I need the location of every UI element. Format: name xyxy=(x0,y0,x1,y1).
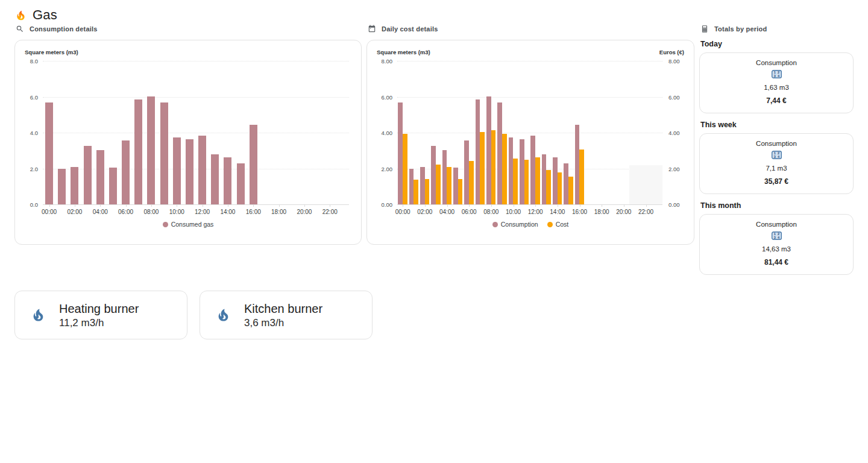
kitchen-burner-card[interactable]: Kitchen burner 3,6 m3/h xyxy=(200,291,373,339)
bar-plot-area xyxy=(397,61,662,204)
bar-cost[interactable] xyxy=(491,130,496,204)
x-tick-label: 22:00 xyxy=(638,209,653,215)
bar-consumed-gas[interactable] xyxy=(160,102,168,204)
y-axis-right: 8.006.004.002.000.00 xyxy=(662,61,684,204)
fire-emoji-icon xyxy=(14,9,27,22)
x-tick-label: 10:00 xyxy=(506,209,521,215)
bar-consumed-gas[interactable] xyxy=(250,125,257,204)
x-axis: 00:0002:0004:0006:0008:0010:0012:0014:00… xyxy=(397,204,662,217)
x-tick-mark xyxy=(151,204,152,207)
bar-consumption[interactable] xyxy=(453,168,458,204)
bar-consumption[interactable] xyxy=(464,140,469,204)
bar-consumed-gas[interactable] xyxy=(45,102,53,204)
bar-consumed-gas[interactable] xyxy=(186,139,193,204)
cost-section: Daily cost details Square meters (m3) Eu… xyxy=(366,24,694,245)
bar-consumption[interactable] xyxy=(420,167,425,204)
x-tick-label: 14:00 xyxy=(220,209,235,215)
bar-cost[interactable] xyxy=(579,150,584,204)
bar-cost[interactable] xyxy=(414,180,418,204)
bar-cost[interactable] xyxy=(535,157,540,204)
bar-consumption[interactable] xyxy=(398,102,403,204)
bar-consumption[interactable] xyxy=(509,137,514,204)
y-axis-left: 8.006.004.002.000.00 xyxy=(377,61,397,204)
x-tick-label: 04:00 xyxy=(439,209,454,215)
x-tick-mark xyxy=(100,204,101,207)
x-tick-mark xyxy=(646,204,647,207)
y-tick-label: 4.00 xyxy=(382,130,393,136)
totals-period-today: Today Consumption 1234 1,63 m3 7,44 € xyxy=(699,40,854,113)
totals-card[interactable]: Consumption 1234 14,63 m3 81,44 € xyxy=(699,214,854,275)
heating-burner-card[interactable]: Heating burner 11,2 m3/h xyxy=(14,291,187,339)
bar-consumed-gas[interactable] xyxy=(224,157,231,204)
x-tick-label: 06:00 xyxy=(118,209,133,215)
bar-cost[interactable] xyxy=(458,179,463,204)
x-tick-mark xyxy=(403,204,403,207)
gridline xyxy=(397,133,662,133)
bar-cost[interactable] xyxy=(513,159,518,204)
totals-period-week: This week Consumption 1234 7,1 m3 35,87 … xyxy=(699,121,854,194)
x-tick-mark xyxy=(177,204,177,207)
x-tick-label: 16:00 xyxy=(246,209,261,215)
bar-consumed-gas[interactable] xyxy=(198,136,206,204)
magnify-icon xyxy=(16,25,24,33)
bar-cost[interactable] xyxy=(425,179,430,204)
bar-consumed-gas[interactable] xyxy=(84,146,92,204)
bar-consumption[interactable] xyxy=(497,102,502,204)
bar-consumed-gas[interactable] xyxy=(96,150,104,204)
bar-consumption[interactable] xyxy=(530,136,535,204)
consumption-cost: 81,44 € xyxy=(707,258,846,266)
bar-consumed-gas[interactable] xyxy=(71,167,78,204)
x-tick-label: 02:00 xyxy=(67,209,82,215)
legend-dot xyxy=(163,222,168,227)
bar-consumed-gas[interactable] xyxy=(211,154,219,204)
burner-name: Kitchen burner xyxy=(244,301,322,316)
bar-consumed-gas[interactable] xyxy=(237,163,245,204)
bar-cost[interactable] xyxy=(480,132,485,204)
axis-titles: Square meters (m3) xyxy=(25,48,351,61)
bar-cost[interactable] xyxy=(558,172,562,204)
bar-cost[interactable] xyxy=(403,134,407,204)
bar-consumed-gas[interactable] xyxy=(147,96,155,204)
bar-consumed-gas[interactable] xyxy=(134,99,142,204)
bar-cost[interactable] xyxy=(436,165,441,204)
legend-label: Cost xyxy=(556,221,569,228)
legend-item-cost[interactable]: Cost xyxy=(547,221,569,228)
bar-cost[interactable] xyxy=(524,160,529,204)
y-tick-label: 6.00 xyxy=(668,93,680,100)
y-tick-label: 2.0 xyxy=(30,165,38,172)
bar-consumed-gas[interactable] xyxy=(109,168,117,204)
cost-chart-card: Square meters (m3) Euros (€) 8.006.004.0… xyxy=(366,40,694,245)
legend-item-consumption[interactable]: Consumption xyxy=(492,221,538,228)
bar-cost[interactable] xyxy=(447,167,451,204)
bar-cost[interactable] xyxy=(568,177,573,204)
bar-consumption[interactable] xyxy=(564,163,568,204)
bar-consumption[interactable] xyxy=(486,96,491,204)
bar-consumption[interactable] xyxy=(409,169,414,205)
x-tick-mark xyxy=(469,204,470,207)
period-label: Today xyxy=(700,40,854,48)
consumption-volume: 1,63 m3 xyxy=(707,84,846,91)
bar-consumption[interactable] xyxy=(575,125,580,204)
legend-item-consumed-gas[interactable]: Consumed gas xyxy=(163,221,214,228)
bar-consumption[interactable] xyxy=(476,99,480,204)
chart-legend: Consumed gas xyxy=(25,217,351,232)
legend-label: Consumed gas xyxy=(171,221,214,228)
bar-consumed-gas[interactable] xyxy=(58,169,66,205)
bar-consumption[interactable] xyxy=(442,150,447,204)
totals-card[interactable]: Consumption 1234 1,63 m3 7,44 € xyxy=(699,52,854,113)
bar-cost[interactable] xyxy=(469,161,474,204)
x-tick-mark xyxy=(49,204,50,207)
bar-consumed-gas[interactable] xyxy=(122,140,130,204)
consumption-cost: 7,44 € xyxy=(707,96,846,105)
numeric-input-icon: 1234 xyxy=(772,232,782,240)
legend-label: Consumption xyxy=(501,221,538,228)
totals-card[interactable]: Consumption 1234 7,1 m3 35,87 € xyxy=(699,133,854,194)
bar-consumption[interactable] xyxy=(520,139,524,204)
bar-cost[interactable] xyxy=(502,134,507,204)
bar-cost[interactable] xyxy=(546,170,551,204)
page-title: Gas xyxy=(33,7,57,23)
bar-consumed-gas[interactable] xyxy=(173,137,181,204)
bar-consumption[interactable] xyxy=(431,146,436,204)
bar-consumption[interactable] xyxy=(553,157,558,204)
bar-consumption[interactable] xyxy=(542,154,547,204)
